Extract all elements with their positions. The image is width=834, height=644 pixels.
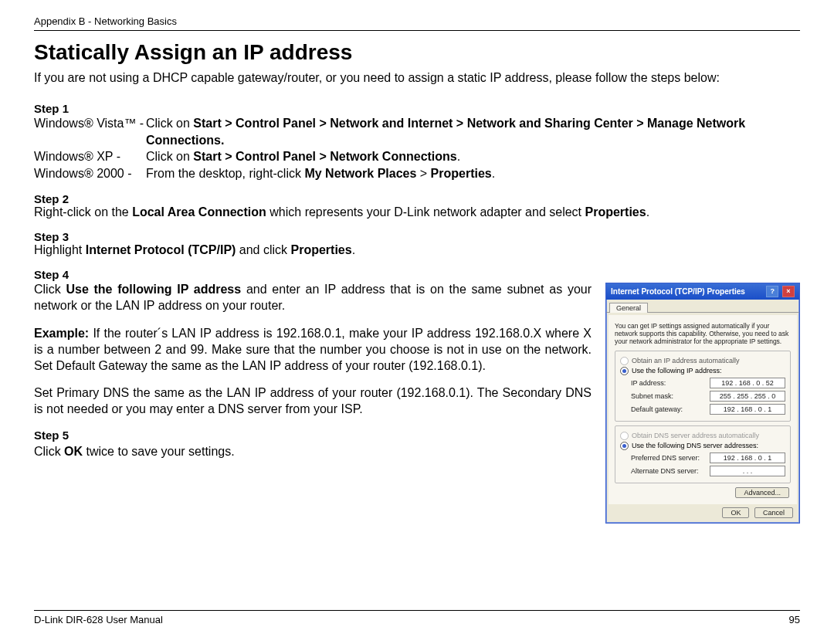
subnet-field[interactable]: 255 . 255 . 255 . 0: [710, 391, 785, 402]
step1-xp-instr: Click on Start > Control Panel > Network…: [146, 148, 800, 165]
ip-address-label: IP address:: [631, 379, 710, 387]
step5-label: Step 5: [34, 428, 592, 443]
adns-label: Alternate DNS server:: [631, 467, 710, 475]
tab-general[interactable]: General: [609, 303, 648, 313]
gateway-field[interactable]: 192 . 168 . 0 . 1: [710, 404, 785, 415]
step4-example: Example: If the router´s LAN IP address …: [34, 325, 592, 374]
gateway-label: Default gateway:: [631, 405, 710, 413]
radio-use-ip[interactable]: Use the following IP address:: [620, 367, 785, 375]
breadcrumb: Appendix B - Networking Basics: [34, 15, 800, 31]
radio-obtain-dns: Obtain DNS server address automatically: [620, 432, 785, 440]
step2-label: Step 2: [34, 192, 800, 205]
dialog-title-text: Internet Protocol (TCP/IP) Properties: [611, 287, 745, 296]
advanced-button[interactable]: Advanced...: [735, 487, 789, 498]
help-icon[interactable]: ?: [766, 286, 778, 297]
intro-text: If you are not using a DHCP capable gate…: [34, 71, 800, 85]
step1-vista-os: Windows® Vista™ -: [34, 115, 146, 148]
step1-label: Step 1: [34, 102, 800, 115]
step3-text: Highlight Internet Protocol (TCP/IP) and…: [34, 243, 800, 257]
radio-obtain-ip[interactable]: Obtain an IP address automatically: [620, 357, 785, 365]
step5-text: Click OK twice to save your settings.: [34, 443, 592, 459]
ip-settings-group: Obtain an IP address automatically Use t…: [615, 351, 791, 422]
step1-w2k-os: Windows® 2000 -: [34, 165, 146, 182]
adns-field[interactable]: . . .: [710, 466, 785, 476]
step4-p1: Click Use the following IP address and e…: [34, 281, 592, 314]
subnet-label: Subnet mask:: [631, 392, 710, 400]
footer-manual: D-Link DIR-628 User Manual: [34, 614, 163, 625]
step2-text: Right-click on the Local Area Connection…: [34, 205, 800, 219]
step4-label: Step 4: [34, 268, 800, 281]
radio-use-dns[interactable]: Use the following DNS server addresses:: [620, 442, 785, 450]
ip-address-field[interactable]: 192 . 168 . 0 . 52: [710, 378, 785, 388]
pdns-field[interactable]: 192 . 168 . 0 . 1: [710, 452, 785, 463]
cancel-button[interactable]: Cancel: [754, 507, 793, 518]
tcpip-properties-dialog: Internet Protocol (TCP/IP) Properties ? …: [605, 283, 800, 523]
page-title: Statically Assign an IP address: [34, 40, 800, 65]
dns-settings-group: Obtain DNS server address automatically …: [615, 425, 791, 483]
dialog-titlebar[interactable]: Internet Protocol (TCP/IP) Properties ? …: [606, 283, 799, 300]
footer-page: 95: [789, 614, 800, 625]
step1-vista-instr: Click on Start > Control Panel > Network…: [146, 115, 800, 148]
step1-w2k-instr: From the desktop, right-click My Network…: [146, 165, 800, 182]
step4-dns: Set Primary DNS the same as the LAN IP a…: [34, 385, 592, 417]
step3-label: Step 3: [34, 230, 800, 243]
dialog-description: You can get IP settings assigned automat…: [615, 323, 791, 345]
pdns-label: Preferred DNS server:: [631, 454, 710, 462]
close-icon[interactable]: ×: [782, 286, 795, 297]
ok-button[interactable]: OK: [722, 507, 749, 518]
step1-xp-os: Windows® XP -: [34, 148, 146, 165]
